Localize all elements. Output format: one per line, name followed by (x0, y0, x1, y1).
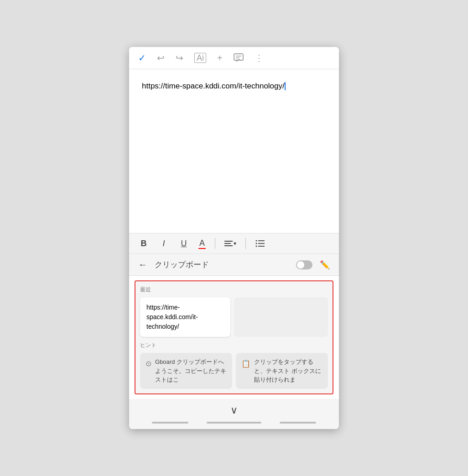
align-button[interactable]: ▾ (224, 240, 236, 247)
align-line-3 (224, 245, 233, 246)
clipboard-header: ← クリップボード ✏️ (129, 254, 339, 276)
align-line-1 (224, 241, 233, 242)
clipboard-item-text: https://time-space.kddi.com/it-technolog… (146, 304, 198, 330)
clipboard-item-1[interactable]: https://time-space.kddi.com/it-technolog… (140, 297, 230, 337)
undo-icon[interactable]: ↩ (157, 52, 165, 63)
svg-point-7 (256, 246, 257, 247)
bottom-section: ∨ (129, 399, 339, 429)
ai-icon[interactable]: Ai (194, 53, 206, 63)
bold-button[interactable]: B (138, 239, 149, 248)
more-icon[interactable]: ⋮ (255, 52, 264, 63)
toolbar-divider-2 (245, 238, 246, 249)
hint-clipboard-icon: 📋 (241, 358, 250, 384)
align-icon (224, 241, 233, 246)
editor-text: https://time-space.kddi.com/it-technolog… (142, 82, 285, 90)
phone-container: ✓ ↩ ↪ Ai + ⋮ https://time-space.kddi.com… (129, 47, 339, 429)
nav-pill-1 (152, 422, 188, 424)
back-arrow-icon[interactable]: ← (138, 259, 147, 270)
chevron-down-button[interactable]: ∨ (230, 404, 238, 416)
hint-link-icon: ⊙ (146, 358, 151, 384)
list-button[interactable] (255, 239, 266, 248)
svg-point-5 (256, 243, 257, 244)
hint-card-1: ⊙ Gboard クリップボードへようこそ。コピーしたテキストはこ (140, 353, 232, 389)
hint-cards: ⊙ Gboard クリップボードへようこそ。コピーしたテキストはこ 📋 クリップ… (140, 353, 328, 389)
clipboard-title: クリップボード (155, 259, 289, 270)
nav-pill-3 (280, 422, 316, 424)
top-toolbar: ✓ ↩ ↪ Ai + ⋮ (129, 47, 339, 69)
recent-label: 最近 (140, 286, 328, 294)
font-color-button[interactable]: A (198, 238, 206, 249)
underline-button[interactable]: U (178, 239, 189, 248)
font-color-indicator (198, 248, 206, 249)
edit-icon[interactable]: ✏️ (320, 260, 330, 270)
comment-icon[interactable] (234, 53, 244, 62)
svg-point-3 (256, 240, 257, 242)
nav-pill-2 (207, 422, 261, 424)
toolbar-divider (215, 238, 215, 249)
editor-content: https://time-space.kddi.com/it-technolog… (142, 80, 326, 92)
hint-card-2: 📋 クリップをタップすると、テキスト ボックスに貼り付けられま (236, 353, 328, 389)
align-line-2 (224, 243, 231, 244)
text-cursor (285, 82, 286, 90)
italic-button[interactable]: I (158, 239, 169, 248)
nav-bar (152, 420, 316, 425)
hint-text-2: クリップをタップすると、テキスト ボックスに貼り付けられま (254, 357, 322, 384)
clipboard-toggle[interactable] (296, 260, 312, 269)
redo-icon[interactable]: ↪ (176, 52, 183, 63)
align-chevron: ▾ (234, 240, 236, 247)
clipboard-item-empty (234, 297, 328, 337)
hint-text-1: Gboard クリップボードへようこそ。コピーしたテキストはこ (155, 357, 227, 384)
add-icon[interactable]: + (217, 53, 223, 63)
check-icon[interactable]: ✓ (138, 52, 146, 63)
clipboard-content-panel: 最近 https://time-space.kddi.com/it-techno… (135, 280, 333, 394)
format-toolbar: B I U A ▾ (129, 233, 339, 254)
clipboard-items-row: https://time-space.kddi.com/it-technolog… (140, 297, 328, 337)
text-editing-area[interactable]: https://time-space.kddi.com/it-technolog… (129, 69, 339, 233)
svg-rect-0 (234, 54, 243, 60)
toggle-knob (297, 261, 304, 269)
hint-label: ヒント (140, 341, 328, 349)
